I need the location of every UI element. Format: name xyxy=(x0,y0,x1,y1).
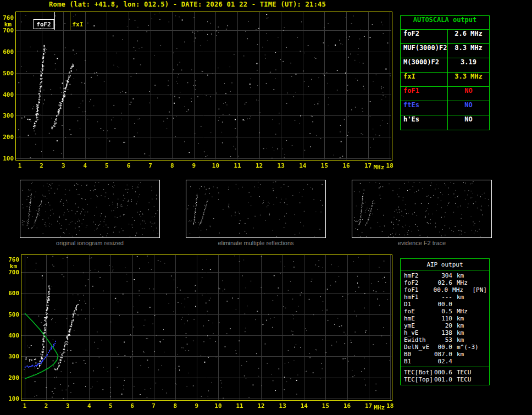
autoscala-table-rows: foF22.6 MHzMUF(3000)F28.3 MHzM(3000)F23.… xyxy=(401,30,489,130)
aip-param-label: DelN_vE xyxy=(404,344,433,351)
aip-row-B0: B0087.0km xyxy=(404,351,487,358)
aip-param-label: foF2 xyxy=(404,279,433,286)
autoscala-param-label: h'Es xyxy=(401,115,448,130)
aip-param-flag xyxy=(479,272,487,279)
aip-param-value: --- xyxy=(433,294,452,301)
aip-param-label: TEC[Bot] xyxy=(404,369,433,376)
autoscala-param-value: NO xyxy=(448,115,489,130)
autoscala-table-title: AUTOSCALA output xyxy=(401,16,489,30)
aip-param-label: hmF2 xyxy=(404,272,433,279)
autoscala-row-foF1: foF1NO xyxy=(401,87,489,101)
thumbnail-caption: original ionogram resized xyxy=(20,240,160,246)
aip-param-label: foE xyxy=(404,308,433,315)
aip-param-unit: km xyxy=(452,315,479,322)
autoscala-row-h'Es: h'EsNO xyxy=(401,115,489,130)
autoscala-row-MUF(3000)F2: MUF(3000)F28.3 MHz xyxy=(401,44,489,58)
aip-param-value: 087.0 xyxy=(433,351,452,358)
bottom-ionogram-chart xyxy=(0,251,398,415)
aip-param-label: B0 xyxy=(404,351,433,358)
autoscala-param-value: 3.3 MHz xyxy=(448,73,489,86)
autoscala-param-label: ftEs xyxy=(401,101,448,115)
aip-param-label: h_vE xyxy=(404,329,433,336)
autoscala-row-ftEs: ftEsNO xyxy=(401,101,489,115)
autoscala-row-foF2: foF22.6 MHz xyxy=(401,30,489,44)
aip-param-label: ymE xyxy=(404,322,433,329)
page-title: Rome (lat: +41.8, lon: 012.5) - DATE: 20… xyxy=(49,1,326,8)
autoscala-param-value: 8.3 MHz xyxy=(448,44,489,58)
aip-param-flag xyxy=(479,308,487,315)
top-ionogram-chart xyxy=(0,8,398,178)
aip-param-value: 001.0 xyxy=(433,376,452,383)
aip-param-value: 00.0 xyxy=(433,344,452,351)
aip-row-Ewidth: Ewidth53km xyxy=(404,336,487,344)
aip-row-foF1: foF100.0MHz[PN] xyxy=(404,286,487,294)
thumbnail-canvas-1 xyxy=(20,180,160,238)
aip-param-value: 304 xyxy=(433,272,452,279)
aip-row-ymE: ymE20km xyxy=(404,322,487,329)
aip-param-flag xyxy=(479,301,487,308)
autoscala-row-M(3000)F2: M(3000)F23.19 xyxy=(401,58,489,73)
autoscala-param-value: 2.6 MHz xyxy=(448,30,489,43)
aip-param-value: 00.0 xyxy=(433,301,452,308)
autoscala-param-label: MUF(3000)F2 xyxy=(401,44,448,58)
aip-param-flag xyxy=(479,294,487,301)
aip-param-flag xyxy=(479,315,487,322)
aip-param-label: Ewidth xyxy=(404,336,433,344)
aip-row-hmE: hmE110km xyxy=(404,315,487,322)
aip-param-label: B1 xyxy=(404,358,433,365)
autoscala-param-value: NO xyxy=(448,87,489,101)
autoscala-param-value: NO xyxy=(448,101,489,115)
aip-param-flag: [PN] xyxy=(473,286,487,294)
aip-param-value: 138 xyxy=(433,329,452,336)
thumbnail-2: eliminate multiple reflections xyxy=(186,180,326,246)
thumbnail-canvas-3 xyxy=(352,180,492,238)
autoscala-output-table: AUTOSCALA output foF22.6 MHzMUF(3000)F28… xyxy=(400,15,490,130)
autoscala-row-fxI: fxI3.3 MHz xyxy=(401,73,489,87)
aip-param-flag xyxy=(479,336,487,344)
autoscala-param-label: foF1 xyxy=(401,87,448,101)
aip-param-flag xyxy=(479,279,487,286)
autoscala-param-label: foF2 xyxy=(401,30,448,43)
thumbnail-caption: eliminate multiple reflections xyxy=(186,240,326,246)
aip-param-unit: km xyxy=(452,336,479,344)
aip-param-unit xyxy=(452,301,479,308)
aip-param-unit: km xyxy=(452,294,479,301)
aip-row-TEC[Bot]: TEC[Bot]000.6TECU xyxy=(404,369,487,376)
aip-param-value: 0.5 xyxy=(433,308,452,315)
aip-table-title: AIP output xyxy=(401,259,489,270)
aip-row-D1: D100.0 xyxy=(404,301,487,308)
aip-param-unit xyxy=(452,358,479,365)
autoscala-param-label: fxI xyxy=(401,73,448,86)
aip-param-value: 20 xyxy=(433,322,452,329)
aip-param-flag xyxy=(479,358,487,365)
aip-param-label: TEC[Top] xyxy=(404,376,433,383)
aip-param-label: foF1 xyxy=(404,286,430,294)
thumbnail-caption: evidence F2 trace xyxy=(352,240,492,246)
aip-row-foF2: foF202.6MHz xyxy=(404,279,487,286)
aip-param-unit: km xyxy=(452,329,479,336)
thumbnail-canvas-2 xyxy=(186,180,326,238)
aip-row-foE: foE0.5MHz xyxy=(404,308,487,315)
aip-row-B1: B102.4 xyxy=(404,358,487,365)
aip-row-TEC[Top]: TEC[Top]001.0TECU xyxy=(404,376,487,383)
aip-param-value: 02.6 xyxy=(433,279,452,286)
aip-row-hmF1: hmF1---km xyxy=(404,294,487,301)
aip-table-rows: hmF2304kmfoF202.6MHzfoF100.0MHz[PN]hmF1-… xyxy=(401,270,489,385)
aip-param-flag xyxy=(479,351,487,358)
aip-param-unit: m^(-3) xyxy=(452,344,479,351)
aip-param-unit: MHz xyxy=(452,279,479,286)
thumbnail-3: evidence F2 trace xyxy=(352,180,492,246)
aip-param-unit: MHz xyxy=(448,286,472,294)
aip-param-flag xyxy=(479,369,487,376)
aip-param-flag xyxy=(479,344,487,351)
aip-param-value: 000.6 xyxy=(433,369,452,376)
aip-param-value: 53 xyxy=(433,336,452,344)
aip-param-unit: km xyxy=(452,272,479,279)
aip-param-flag xyxy=(479,329,487,336)
aip-param-value: 110 xyxy=(433,315,452,322)
aip-param-flag xyxy=(479,376,487,383)
aip-output-table: AIP output hmF2304kmfoF202.6MHzfoF100.0M… xyxy=(400,258,490,385)
aip-param-label: D1 xyxy=(404,301,433,308)
autoscala-param-label: M(3000)F2 xyxy=(401,58,448,72)
aip-param-unit: km xyxy=(452,322,479,329)
